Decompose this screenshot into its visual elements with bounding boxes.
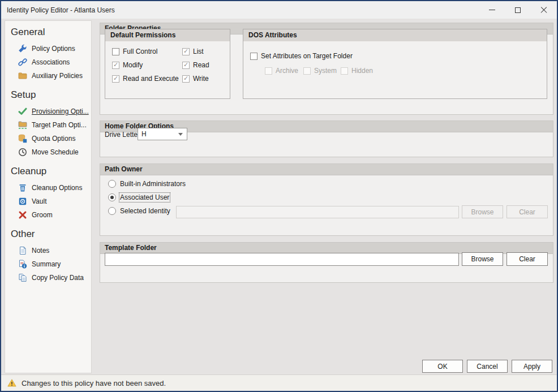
drive-letter-select[interactable]: H [138,128,187,140]
sidebar-item-cleanup-options[interactable]: Cleanup Options [5,181,91,195]
path-owner-browse-button: Browse [462,205,503,218]
dos-attributes-group: DOS Attributes Set Attributes on Target … [243,29,547,99]
sidebar-item-label: Target Path Opti... [32,121,87,129]
checkbox-modify[interactable]: Modify [112,61,143,69]
sidebar-item-associations[interactable]: Associations [5,55,91,69]
checkbox-system: System [303,67,337,75]
sidebar-item-notes[interactable]: Notes [5,244,91,257]
identity-policy-editor-window: Identity Policy Editor - Atlanta Users G… [0,0,558,392]
link-icon [18,58,27,67]
ok-button[interactable]: OK [422,360,463,373]
copy-icon [18,273,27,282]
quota-cylinder-icon [18,134,27,143]
checkbox-write[interactable]: Write [182,75,209,83]
folder-target-icon [18,120,27,130]
sidebar-item-target-path-options[interactable]: Target Path Opti... [5,118,91,132]
chevron-down-icon [178,133,183,136]
folder-icon [18,71,27,80]
sidebar-section-cleanup: Cleanup [11,166,91,177]
checkbox-set-attributes-on-target-folder[interactable]: Set Attributes on Target Folder [250,52,353,60]
sidebar-section-other: Other [11,229,91,240]
sidebar-item-quota-options[interactable]: Quota Options [5,132,91,145]
sidebar-item-label: Vault [32,197,46,205]
radio-circle [108,193,116,201]
default-permissions-group: Default Permissions Full Control Modify … [105,29,230,99]
checkbox-hidden: Hidden [341,67,373,75]
minimize-button[interactable] [479,1,505,19]
wrench-icon [18,44,27,53]
radio-circle [108,207,116,215]
radio-built-in-administrators[interactable]: Built-in Administrators [108,180,186,188]
sidebar-section-setup: Setup [11,89,91,101]
sidebar-item-label: Cleanup Options [32,184,82,192]
sidebar-item-auxiliary-policies[interactable]: Auxiliary Policies [5,69,91,83]
path-owner-header: Path Owner [100,164,553,175]
trash-icon [18,183,27,192]
minimize-icon [489,10,495,10]
checkbox-read-and-execute[interactable]: Read and Execute [112,75,179,83]
sidebar-item-provisioning-options[interactable]: Provisioning Opti... [5,105,91,118]
folder-properties-panel: Folder Properties Default Permissions Fu… [100,23,553,115]
selected-identity-input [176,206,459,218]
checkbox-label: Read [193,61,209,69]
checkbox-box [112,62,119,69]
maximize-icon [515,7,521,13]
default-permissions-header: Default Permissions [105,29,230,41]
checkbox-label: System [314,67,337,75]
status-message: Changes to this policy have not been sav… [22,379,166,387]
template-folder-input[interactable] [105,253,459,266]
sidebar-item-label: Quota Options [32,135,75,143]
template-folder-clear-button[interactable]: Clear [507,252,548,266]
window-title: Identity Policy Editor - Atlanta Users [1,6,115,14]
sidebar-section-general: General [11,27,91,38]
radio-circle [108,180,116,188]
sidebar-item-label: Policy Options [32,45,75,53]
radio-label: Built-in Administrators [120,180,186,188]
checkbox-box [112,48,119,55]
cancel-button[interactable]: Cancel [467,360,508,373]
drive-letter-label: Drive Letter [105,131,140,139]
sidebar-item-vault[interactable]: Vault [5,195,91,208]
sidebar-item-copy-policy-data[interactable]: Copy Policy Data [5,271,91,285]
checkbox-box [112,75,119,83]
dos-attributes-header: DOS Attributes [243,29,547,41]
radio-selected-identity[interactable]: Selected Identity [108,207,170,215]
window-controls [479,1,557,19]
checkbox-box [303,67,311,75]
sidebar-item-label: Copy Policy Data [32,274,84,282]
sidebar-item-label: Move Schedule [32,148,79,156]
apply-button[interactable]: Apply [512,360,552,373]
sidebar-item-label: Summary [32,260,61,268]
sidebar-item-move-schedule[interactable]: Move Schedule [5,145,91,159]
radio-associated-user[interactable]: Associated User [108,193,169,201]
sidebar-item-summary[interactable]: Summary [5,257,91,271]
checkbox-label: Modify [123,61,143,69]
drive-letter-value: H [141,130,147,138]
path-owner-clear-button: Clear [507,205,548,218]
checkbox-label: Set Attributes on Target Folder [261,52,353,60]
checkbox-box [182,75,190,83]
clock-icon [18,148,27,157]
status-bar: Changes to this policy have not been sav… [1,374,557,391]
checkbox-box [250,53,257,60]
checkbox-label: Read and Execute [123,75,179,83]
green-check-icon [18,107,27,116]
checkbox-label: Hidden [351,67,373,75]
checkbox-full-control[interactable]: Full Control [112,48,157,55]
radio-label: Associated User [120,193,169,201]
template-folder-browse-button[interactable]: Browse [462,252,503,266]
checkbox-box [265,67,272,75]
sidebar-item-groom[interactable]: Groom [5,208,91,222]
checkbox-box [182,48,190,55]
checkbox-list[interactable]: List [182,48,204,55]
sidebar-item-policy-options[interactable]: Policy Options [5,42,91,55]
checkbox-read[interactable]: Read [182,61,209,69]
checkbox-label: Full Control [123,48,157,55]
close-button[interactable] [531,1,557,19]
checkbox-box [341,67,348,75]
red-x-icon [18,210,27,219]
maximize-button[interactable] [505,1,531,19]
summary-info-icon [18,260,27,269]
radio-label: Selected Identity [120,207,170,215]
sidebar-item-label: Provisioning Opti... [32,107,89,115]
